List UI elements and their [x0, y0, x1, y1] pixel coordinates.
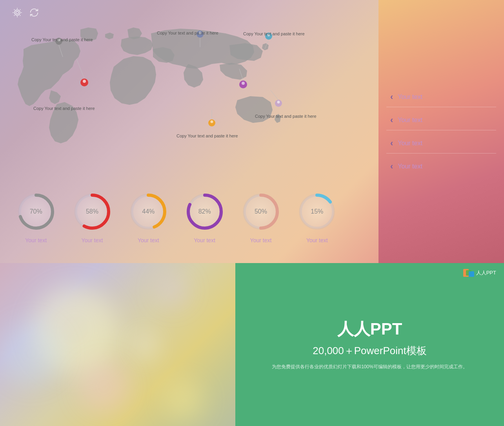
nav-item-2[interactable]: ‹ Your text: [386, 110, 496, 130]
brand-logo-area: 人人PPT: [463, 269, 496, 277]
pin-label-6: Copy Your text and paste it here: [255, 114, 317, 119]
svg-point-1: [15, 10, 20, 15]
bottom-right-panel: 人人PPT 人人PPT 20,000＋PowerPoint模板 为您免费提供各行…: [235, 263, 504, 426]
chart-text-2: Your text: [82, 237, 103, 243]
chart-text-3: Your text: [138, 237, 159, 243]
donut-4: 82%: [183, 190, 226, 233]
sub-title: 20,000＋PowerPoint模板: [313, 344, 426, 358]
chart-item-3: 44% Your text: [127, 190, 170, 243]
svg-point-0: [16, 11, 19, 14]
nav-chevron-4: ‹: [390, 161, 393, 172]
svg-point-22: [277, 101, 280, 104]
svg-point-4: [83, 80, 86, 83]
donut-1: 70%: [15, 190, 58, 233]
bokeh-4: [165, 381, 204, 420]
chart-item-2: 58% Your text: [71, 190, 114, 243]
nav-item-4[interactable]: ‹ Your text: [386, 157, 496, 176]
svg-rect-37: [469, 271, 474, 277]
chart-item-6: 15% Your text: [295, 190, 338, 243]
right-panel: ‹ Your text ‹ Your text ‹ Your text ‹ Yo…: [378, 0, 504, 263]
nav-item-1[interactable]: ‹ Your text: [386, 87, 496, 107]
nav-label-3: Your text: [398, 140, 422, 147]
svg-line-20: [271, 90, 278, 100]
brand-icon: [463, 269, 474, 277]
brand-name-small: 人人PPT: [476, 269, 496, 276]
bottom-section: 人人PPT 人人PPT 20,000＋PowerPoint模板 为您免费提供各行…: [0, 263, 504, 426]
chart-text-6: Your text: [306, 237, 328, 243]
svg-line-2: [76, 59, 84, 79]
bokeh-5: [157, 275, 188, 306]
pin-label-1: Copy Your text and paste it here: [31, 37, 93, 42]
chart-text-1: Your text: [25, 237, 47, 243]
nav-chevron-2: ‹: [390, 115, 393, 125]
chart-item-1: 70% Your text: [15, 190, 58, 243]
donut-6: 15%: [295, 190, 338, 233]
nav-label-1: Your text: [398, 93, 422, 101]
svg-point-16: [242, 82, 245, 85]
pin-label-2: Copy Your text and paste it here: [33, 106, 95, 111]
nav-label-2: Your text: [398, 117, 422, 124]
chart-text-5: Your text: [250, 237, 272, 243]
svg-point-19: [211, 121, 213, 123]
nav-chevron-1: ‹: [390, 92, 393, 102]
nav-label-4: Your text: [398, 163, 422, 170]
chart-item-4: 82% Your text: [183, 190, 226, 243]
charts-section: 70% Your text 58% Your text: [8, 190, 345, 243]
top-section: Copy Your text and paste it here Copy Yo…: [0, 0, 504, 263]
donut-5: 50%: [239, 190, 282, 233]
description: 为您免费提供各行各业的优质幻灯片下载和100%可编辑的模板，让您用更少的时间完成…: [272, 363, 468, 371]
pin-label-5: Copy Your text and paste it here: [176, 133, 238, 138]
donut-label-1: 70%: [30, 208, 42, 215]
donut-label-3: 44%: [142, 208, 155, 215]
donut-label-5: 50%: [255, 208, 267, 215]
donut-label-6: 15%: [311, 208, 323, 215]
main-title: 人人PPT: [337, 318, 402, 340]
donut-label-4: 82%: [198, 208, 211, 215]
world-map-area: Copy Your text and paste it here Copy Yo…: [12, 16, 353, 165]
donut-2: 58%: [71, 190, 114, 233]
donut-label-2: 58%: [86, 208, 98, 215]
bokeh-2: [0, 322, 63, 385]
bottom-left-panel: [0, 263, 235, 426]
nav-chevron-3: ‹: [390, 138, 393, 148]
chart-item-5: 50% Your text: [239, 190, 282, 243]
chart-text-4: Your text: [194, 237, 215, 243]
pin-label-4: Copy Your text and paste it here: [243, 31, 305, 36]
donut-3: 44%: [127, 190, 170, 233]
bokeh-6: [133, 334, 157, 357]
bokeh-3: [78, 361, 129, 412]
nav-item-3[interactable]: ‹ Your text: [386, 133, 496, 154]
pin-label-3: Copy Your text and paste it here: [157, 31, 218, 35]
